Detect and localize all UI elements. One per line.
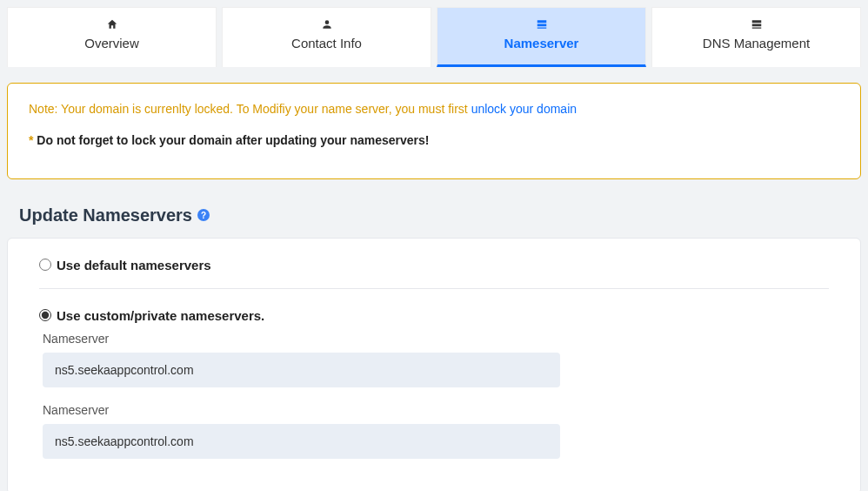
radio-default-input[interactable] — [39, 259, 51, 271]
tabs-bar: Overview Contact Info Nameserver DNS Man… — [0, 0, 868, 67]
tab-overview[interactable]: Overview — [7, 7, 217, 67]
tab-nameserver[interactable]: Nameserver — [437, 7, 646, 67]
nameserver-label: Nameserver — [43, 403, 829, 417]
nameserver-label: Nameserver — [43, 332, 829, 346]
nameserver-field-2: Nameserver — [43, 403, 829, 459]
tab-contact-info[interactable]: Contact Info — [222, 7, 431, 67]
domain-lock-alert: Note: Your domain is currenlty locked. T… — [7, 83, 861, 179]
user-icon — [321, 18, 333, 30]
home-icon — [106, 18, 118, 30]
alert-reminder-text: Do not forget to lock your domain after … — [37, 133, 429, 147]
page-title: Update Nameservers ? — [19, 205, 861, 225]
alert-note-text: Note: Your domain is currenlty locked. T… — [29, 102, 471, 116]
radio-default-label: Use default nameservers — [57, 258, 211, 272]
radio-default-nameservers[interactable]: Use default nameservers — [39, 258, 829, 272]
radio-custom-input[interactable] — [39, 309, 51, 321]
server-icon — [751, 18, 763, 30]
tab-label: Nameserver — [504, 36, 579, 50]
tab-label: Contact Info — [291, 36, 362, 50]
radio-custom-label: Use custom/private nameservers. — [57, 308, 264, 323]
content-area: Note: Your domain is currenlty locked. T… — [0, 83, 868, 491]
tab-dns-management[interactable]: DNS Management — [651, 7, 861, 67]
help-icon[interactable]: ? — [197, 209, 210, 221]
nameserver-input-1[interactable] — [43, 353, 560, 387]
nameserver-input-2[interactable] — [43, 424, 560, 459]
divider — [39, 288, 829, 289]
tab-label: DNS Management — [703, 36, 810, 50]
asterisk-icon: * — [29, 133, 33, 147]
server-icon — [536, 18, 548, 30]
section-title-text: Update Nameservers — [19, 205, 192, 225]
tab-label: Overview — [84, 36, 139, 50]
nameserver-panel: Use default nameservers Use custom/priva… — [7, 238, 861, 491]
unlock-domain-link[interactable]: unlock your domain — [471, 102, 577, 116]
radio-custom-nameservers[interactable]: Use custom/private nameservers. — [39, 308, 829, 323]
nameserver-field-1: Nameserver — [43, 332, 829, 387]
